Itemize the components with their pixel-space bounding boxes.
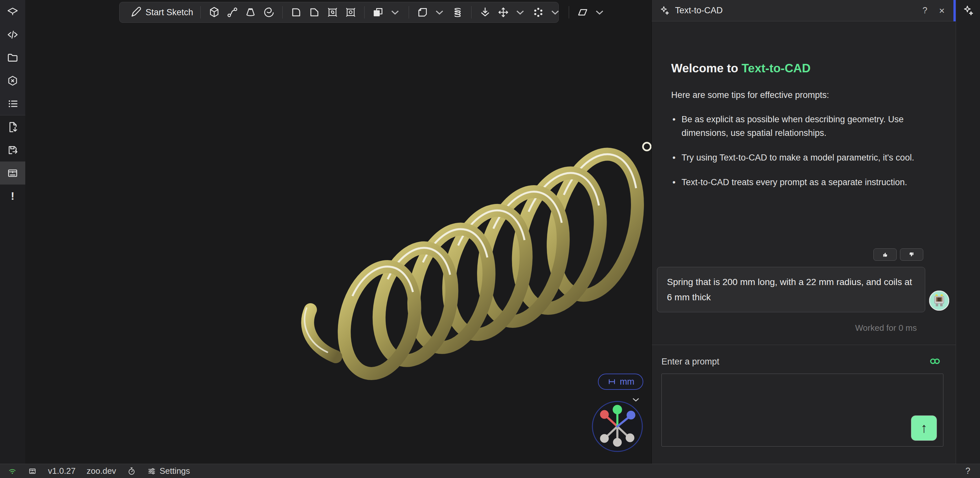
status-bar: v1.0.27 zoo.dev Settings ? (0, 464, 980, 478)
machine-status-button[interactable] (28, 467, 37, 476)
sidebar-item-save[interactable] (0, 139, 25, 161)
start-sketch-button[interactable]: Start Sketch (127, 4, 196, 21)
thumbs-down-icon (907, 250, 916, 259)
sidebar-item-debug[interactable]: ! (0, 185, 25, 207)
sweep-icon (226, 6, 239, 19)
panel-header: Text-to-CAD ? × (652, 0, 956, 21)
submit-prompt-button[interactable]: ↑ (911, 416, 937, 441)
app-version[interactable]: v1.0.27 (48, 466, 75, 476)
toolbar-divider (569, 6, 569, 19)
up-arrow-icon: ↑ (921, 420, 928, 436)
sidebar-item-sketch[interactable] (0, 0, 25, 23)
prompt-textarea[interactable] (662, 374, 943, 446)
gizmo-axis-neg-x[interactable] (600, 434, 609, 443)
chevron-down-icon (593, 6, 606, 19)
sparkles-icon (963, 5, 974, 16)
thumbs-down-button[interactable] (900, 249, 923, 261)
sparkles-icon (660, 5, 670, 16)
chamfer-3d-button[interactable] (323, 4, 342, 21)
wifi-icon (8, 467, 17, 476)
tip-item: Text-to-CAD treats every prompt as a sep… (671, 175, 937, 189)
list-icon (6, 97, 19, 110)
sidebar-item-text-to-cad[interactable] (956, 0, 980, 21)
toolbar-divider (200, 6, 200, 19)
fillet-button[interactable] (287, 4, 305, 21)
timer-button[interactable] (127, 467, 136, 476)
prompt-label: Enter a prompt (662, 357, 719, 367)
loft-button[interactable] (242, 4, 259, 21)
move-button[interactable] (494, 4, 529, 21)
thumbs-up-button[interactable] (873, 249, 897, 261)
code-icon (6, 28, 19, 41)
plane-icon (576, 6, 589, 19)
pencil-icon (129, 6, 142, 19)
sidebar-item-project-files[interactable] (0, 46, 25, 69)
sidebar-item-export[interactable] (0, 115, 25, 139)
sidebar-item-kcl-code[interactable] (0, 23, 25, 46)
spring-model (305, 143, 651, 381)
chevron-down-icon (433, 6, 446, 19)
gizmo-axis-neg-y[interactable] (613, 438, 622, 447)
sidebar-item-feature-tree[interactable] (0, 92, 25, 115)
network-status-button[interactable] (8, 467, 17, 476)
fillet-3d-button[interactable] (342, 4, 360, 21)
debug-icon: ! (11, 190, 14, 202)
thumbs-up-icon (881, 250, 889, 259)
insert-icon (479, 6, 492, 19)
offset-plane-icon (416, 6, 429, 19)
tip-item: Be as explicit as possible when describi… (671, 113, 937, 140)
gizmo-axis-x[interactable] (600, 410, 609, 419)
infinity-icon[interactable] (929, 355, 942, 368)
panel-help-button[interactable]: ? (919, 4, 931, 17)
chamfer-3d-icon (326, 6, 339, 19)
helix-icon (451, 6, 464, 19)
left-sidebar: ! (0, 0, 25, 464)
chamfer-button[interactable] (305, 4, 323, 21)
toolbar-divider (282, 6, 283, 19)
printer-3d-icon (6, 167, 19, 180)
orientation-gizmo[interactable] (590, 399, 644, 454)
loft-icon (244, 6, 257, 19)
welcome-block: Welcome to Text-to-CAD Here are some tip… (671, 62, 937, 200)
work-status: Worked for 0 ms (855, 323, 917, 333)
welcome-heading: Welcome to Text-to-CAD (671, 62, 937, 75)
gizmo-axis-neg-z[interactable] (626, 433, 635, 442)
settings-label: Settings (159, 466, 190, 476)
offset-plane-button[interactable] (414, 4, 449, 21)
tip-item: Try using Text-to-CAD to make a model pa… (671, 151, 937, 164)
panel-close-button[interactable]: × (935, 4, 948, 18)
sidebar-item-variables[interactable] (0, 69, 25, 92)
move-icon (497, 6, 510, 19)
chevron-down-icon (388, 6, 401, 19)
status-help-button[interactable]: ? (966, 466, 972, 476)
gizmo-axis-y[interactable] (613, 405, 622, 414)
zoo-dev-link[interactable]: zoo.dev (86, 466, 116, 476)
extrude-button[interactable] (205, 4, 223, 21)
chamfer-icon (308, 6, 321, 19)
printer-3d-icon (28, 467, 37, 476)
helix-button[interactable] (449, 4, 467, 21)
sidebar-item-machine[interactable] (0, 161, 25, 185)
welcome-prefix: Welcome to (671, 62, 741, 75)
gizmo-axis-z[interactable] (627, 411, 635, 420)
sketch-plane-icon (6, 5, 19, 18)
unit-selector-button[interactable]: mm (598, 374, 643, 390)
3d-viewport[interactable] (25, 0, 651, 464)
sweep-button[interactable] (223, 4, 242, 21)
settings-button[interactable]: Settings (147, 466, 190, 476)
circular-pattern-button[interactable] (529, 4, 564, 21)
export-file-icon (6, 121, 19, 134)
panel-section-divider (652, 345, 956, 345)
prompt-message-card[interactable]: Spring that is 200 mm long, with a 22 mm… (657, 267, 925, 312)
plane-button[interactable] (574, 4, 609, 21)
boolean-icon (372, 6, 385, 19)
left-sidebar-top-group (0, 0, 25, 115)
text-to-cad-panel: Text-to-CAD ? × Welcome to Text-to-CAD H… (651, 0, 956, 478)
insert-button[interactable] (476, 4, 494, 21)
revolve-button[interactable] (259, 4, 278, 21)
boolean-button[interactable] (369, 4, 404, 21)
app-window: ! Start Sketch (0, 0, 980, 478)
ruler-icon (607, 377, 617, 387)
stopwatch-icon (127, 467, 136, 476)
unit-label: mm (620, 377, 635, 387)
